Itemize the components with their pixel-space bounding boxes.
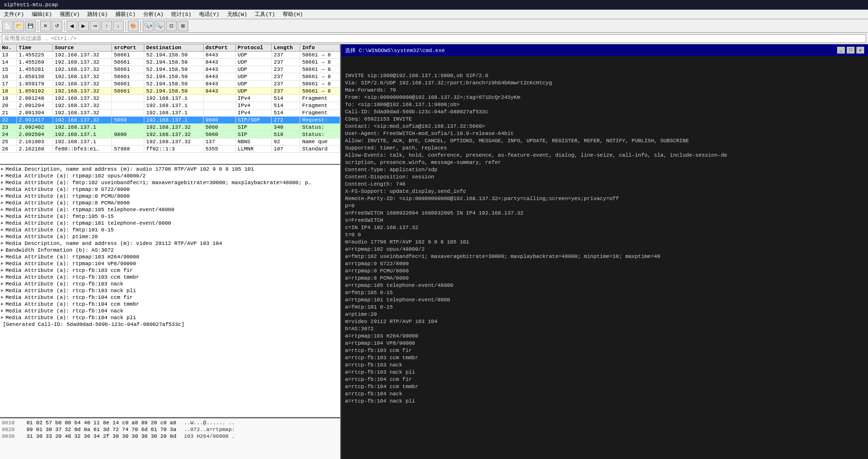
toolbar-zoom-in[interactable]: 🔍+	[143, 21, 153, 31]
detail-item[interactable]: ▶Media Attribute (a): fmtp:101 0-15	[1, 227, 339, 233]
detail-item[interactable]: ▶Media Attribute (a): rtcp-fb:104 ccm tm…	[1, 301, 339, 308]
detail-item[interactable]: ▶Media Attribute (a): rtpmap:105 telepho…	[1, 206, 339, 213]
toolbar-zoom-fit[interactable]: ⊡	[166, 21, 177, 31]
cmd-minimize-btn[interactable]: _	[837, 47, 845, 54]
detail-item[interactable]: ▶Media Attribute (a): rtcp-fb:103 ccm tm…	[1, 274, 339, 281]
detail-item[interactable]: ▶Media Attribute (a): rtpmap:103 H264/90…	[1, 254, 339, 260]
detail-item[interactable]: ▶Media Attribute (a): rtpmap:9 G722/8000	[1, 186, 339, 193]
detail-text: Media Attribute (a): fmtp:101 0-15	[5, 227, 113, 233]
detail-item[interactable]: ▶Media Attribute (a): rtcp-fb:104 ccm fi…	[1, 294, 339, 301]
detail-text: Media Attribute (a): rtcp-fb:103 nack pl…	[5, 288, 136, 294]
cmd-line: To: <sip:1000@192.168.137.1:9800;ob>	[345, 101, 864, 108]
toolbar-open[interactable]: 📂	[14, 21, 24, 31]
hex-row: 003031 30 33 20 48 32 36 34 2f 39 30 30 …	[2, 433, 338, 440]
detail-text: Media Attribute (a): rtpmap:0 PCMU/8000	[5, 193, 129, 199]
table-row[interactable]: 202.091294192.168.137.32192.168.137.1IPv…	[0, 102, 340, 109]
table-row[interactable]: 181.859192192.168.137.325866152.194.158.…	[0, 88, 340, 95]
detail-item[interactable]: ▶Media Attribute (a): rtpmap:104 VP8/900…	[1, 260, 339, 267]
toolbar-forward[interactable]: ▶	[78, 21, 89, 31]
toolbar-back[interactable]: ◀	[67, 21, 77, 31]
cmd-line: Content-Disposition: session	[345, 174, 864, 181]
table-row[interactable]: 131.455225192.168.137.325866152.194.158.…	[0, 52, 340, 59]
detail-triangle-icon: ▶	[1, 166, 3, 172]
detail-item[interactable]: ▶Media Attribute (a): rtcp-fb:104 nack	[1, 308, 339, 314]
menu-wireless[interactable]: 无线(W)	[225, 10, 249, 18]
toolbar-reload[interactable]: ↺	[52, 21, 62, 31]
detail-text: Media Attribute (a): rtpmap:103 H264/900…	[5, 254, 139, 260]
detail-item[interactable]: ▶Media Attribute (a): rtcp-fb:103 nack p…	[1, 287, 339, 294]
cmd-line: Call-ID: 5dad0dad-509b-123c-04af-080027a…	[345, 108, 864, 116]
toolbar-new[interactable]: 📄	[2, 21, 13, 31]
detail-text: Media Attribute (a): rtpmap:104 VP8/9000…	[5, 261, 136, 267]
menu-stats[interactable]: 统计(S)	[169, 10, 193, 18]
detail-item[interactable]: ▶Media Attribute (a): fmtp:105 0-15	[1, 213, 339, 220]
detail-item[interactable]: ▶Media Attribute (a): rtcp-fb:104 nack p…	[1, 314, 339, 321]
cmd-line: a=rtcp-fb:104 nack pli	[345, 398, 864, 405]
detail-triangle-icon: ▶	[1, 301, 3, 307]
menu-view[interactable]: 视图(V)	[58, 10, 82, 18]
cmd-line: a=rtcp-fb:103 nack pli	[345, 369, 864, 376]
table-row[interactable]: 222.091417192.168.137.325060192.168.137.…	[0, 117, 340, 124]
toolbar-close[interactable]: ✕	[40, 21, 51, 31]
detail-triangle-icon: ▶	[1, 308, 3, 313]
detail-item[interactable]: ▶Media Description, name and address (m)…	[1, 166, 339, 173]
cmd-content: INVITE sip:1000@192.168.137.1:9800,ob SI…	[341, 56, 868, 459]
cmd-line: INVITE sip:1000@192.168.137.1:9800,ob SI…	[345, 72, 864, 80]
table-row[interactable]: 141.455269192.168.137.325866152.194.158.…	[0, 59, 340, 66]
toolbar-colorize[interactable]: 🎨	[128, 21, 138, 31]
table-row[interactable]: 212.091394192.168.137.32192.168.137.1IPv…	[0, 109, 340, 117]
col-srcport: srcPort	[112, 44, 144, 52]
detail-triangle-icon: ▶	[1, 207, 3, 212]
col-proto: Protocol	[235, 44, 272, 52]
detail-item[interactable]: ▶Media Attribute (a): ptime:20	[1, 233, 339, 240]
detail-item[interactable]: ▶Media Attribute (a): fmtp:102 useinband…	[1, 179, 339, 186]
filter-input[interactable]	[2, 34, 866, 43]
toolbar-zoom-out[interactable]: 🔍-	[154, 21, 165, 31]
cmd-line: Content-Type: application/sdp	[345, 166, 864, 174]
cmd-maximize-btn[interactable]: □	[847, 47, 854, 54]
table-row[interactable]: 192.091248192.168.137.32192.168.137.1IPv…	[0, 95, 340, 102]
toolbar-expand[interactable]: ⊞	[178, 21, 188, 31]
toolbar-save[interactable]: 💾	[25, 21, 36, 31]
cmd-line: a=rtcp-fb:103 ccm fir	[345, 347, 864, 354]
table-row[interactable]: 232.092402192.168.137.1192.168.137.32506…	[0, 124, 340, 131]
detail-item[interactable]: ▶Media Attribute (a): rtpmap:102 opus/48…	[1, 173, 339, 179]
table-row[interactable]: 161.859138192.168.137.325866152.194.158.…	[0, 73, 340, 81]
toolbar-prev-packet[interactable]: ↑	[101, 21, 112, 31]
menu-file[interactable]: 文件(F)	[2, 10, 26, 18]
cmd-line: Content-Length: 746	[345, 181, 864, 188]
detail-triangle-icon: ▶	[1, 220, 3, 226]
table-row[interactable]: 171.859179192.168.137.325866152.194.158.…	[0, 81, 340, 88]
cmd-line: a=rtcp-fb:103 nack	[345, 362, 864, 369]
table-row[interactable]: 242.092594192.168.137.19800192.168.137.3…	[0, 131, 340, 138]
detail-item[interactable]: ▶Bandwidth Information (b): AS:3072	[1, 247, 339, 254]
table-row[interactable]: 262.162168fe80::bfe3:e1…57988ff02::1:353…	[0, 146, 340, 153]
menu-phone[interactable]: 电话(Y)	[197, 10, 221, 18]
menu-goto[interactable]: 跳转(G)	[85, 10, 110, 18]
menu-analyze[interactable]: 分析(A)	[141, 10, 165, 18]
table-row[interactable]: 252.161903192.168.137.1192.168.137.32137…	[0, 138, 340, 146]
col-info: Info	[300, 44, 340, 52]
col-dst: Destination	[144, 44, 204, 52]
detail-item[interactable]: ▶Media Attribute (a): rtpmap:8 PCMA/8000	[1, 200, 339, 206]
toolbar-next-packet[interactable]: ↓	[113, 21, 124, 31]
col-time: Time	[16, 44, 53, 52]
detail-item[interactable]: ▶Media Description, name and address (m)…	[1, 240, 339, 247]
detail-item[interactable]: ▶Media Attribute (a): rtcp-fb:103 nack	[1, 281, 339, 287]
detail-text: Media Attribute (a): rtcp-fb:103 ccm fir	[5, 268, 133, 273]
toolbar-goto-packet[interactable]: ⇒	[90, 21, 100, 31]
menu-tools[interactable]: 工具(T)	[253, 10, 277, 18]
menu-help[interactable]: 帮助(H)	[281, 10, 305, 18]
detail-item[interactable]: [Generated Call-ID: 5dad0dad-509b-123c-0…	[1, 321, 339, 328]
table-row[interactable]: 151.455281192.168.137.325866152.194.158.…	[0, 66, 340, 73]
col-len: Length	[272, 44, 300, 52]
packet-list[interactable]: No. Time Source srcPort Destination dstP…	[0, 44, 340, 165]
wireshark-panel: No. Time Source srcPort Destination dstP…	[0, 44, 341, 459]
cmd-close-btn[interactable]: ✕	[856, 47, 864, 54]
detail-item[interactable]: ▶Media Attribute (a): rtpmap:0 PCMU/8000	[1, 193, 339, 200]
packet-details[interactable]: ▶Media Description, name and address (m)…	[0, 165, 340, 418]
menu-edit[interactable]: 编辑(E)	[30, 10, 54, 18]
detail-item[interactable]: ▶Media Attribute (a): rtpmap:101 telepho…	[1, 220, 339, 227]
detail-item[interactable]: ▶Media Attribute (a): rtcp-fb:103 ccm fi…	[1, 267, 339, 274]
menu-capture[interactable]: 捕获(C)	[113, 10, 138, 18]
